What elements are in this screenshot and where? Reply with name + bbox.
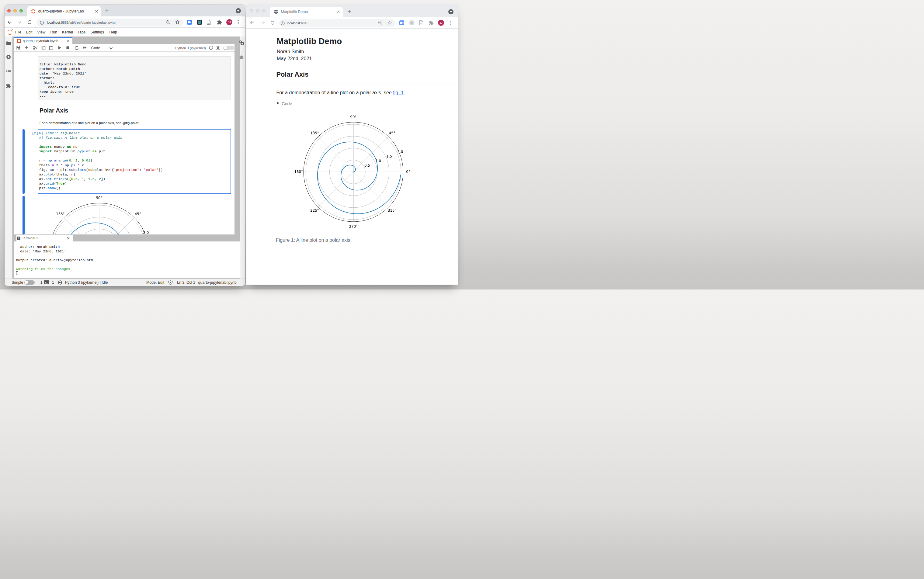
svg-text:$_: $_	[18, 237, 20, 240]
svg-text:JJ: JJ	[440, 21, 443, 25]
svg-text:$_: $_	[45, 281, 48, 284]
svg-text:JJ: JJ	[228, 20, 231, 24]
